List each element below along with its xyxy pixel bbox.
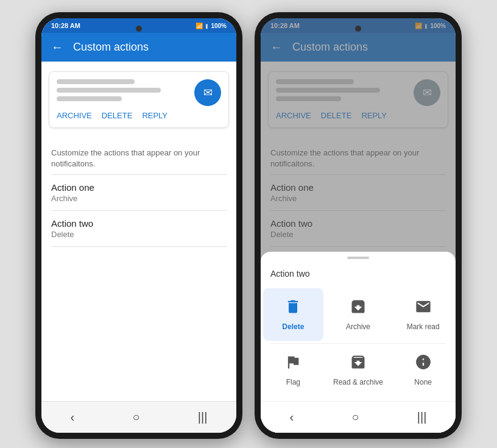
bottom-nav-left: ‹ ○ |||: [41, 401, 236, 433]
wifi-icon-left: 📶: [196, 23, 203, 29]
screen-content-left: ✉ Archive Delete Reply Customize the act…: [41, 62, 236, 401]
notif-reply-btn-left[interactable]: Reply: [142, 111, 167, 120]
notif-actions-left: Archive Delete Reply: [57, 111, 221, 120]
flag-icon: [284, 354, 301, 374]
nav-home-right[interactable]: ○: [339, 408, 371, 427]
bottom-sheet-title: Action two: [261, 266, 456, 286]
notification-card-left: ✉ Archive Delete Reply: [49, 71, 229, 128]
notif-lines-left: [57, 79, 187, 105]
action-archive-btn[interactable]: Archive: [326, 286, 391, 343]
divider-3-left: [51, 246, 227, 247]
settings-description-left: Customize the actions that appear on you…: [41, 138, 236, 174]
action-one-title-left: Action one: [51, 182, 227, 193]
camera-notch-left: [136, 26, 142, 32]
archive-icon: [350, 298, 367, 319]
back-button-left[interactable]: ←: [51, 40, 63, 54]
archive-label: Archive: [346, 322, 370, 331]
app-title-left: Custom actions: [73, 41, 149, 54]
phones-container: 10:28 AM 📶 ⫿ 100% ← Custom actions: [35, 12, 462, 439]
nav-home-left[interactable]: ○: [120, 408, 152, 427]
readarchive-label: Read & archive: [333, 378, 383, 386]
notif-icon-left: ✉: [194, 79, 221, 106]
notif-line-1: [57, 79, 135, 84]
delete-label: Delete: [282, 322, 304, 331]
status-time-left: 10:28 AM: [51, 22, 80, 29]
action-flag-btn[interactable]: Flag: [261, 344, 326, 396]
settings-item-action-one-left[interactable]: Action one Archive: [41, 175, 236, 210]
action-none-btn[interactable]: None: [390, 344, 456, 396]
none-icon: [415, 354, 432, 374]
phone-screen-right: 10:28 AM 📶 ⫿ 100% ← Custom actions: [261, 18, 456, 433]
email-icon-left: ✉: [203, 86, 213, 99]
none-label: None: [414, 378, 432, 386]
nav-back-left[interactable]: ‹: [58, 408, 87, 427]
notif-delete-btn-left[interactable]: Delete: [102, 111, 133, 120]
phone-screen-wrapper-left: 10:28 AM 📶 ⫿ 100% ← Custom actions: [41, 18, 236, 433]
readarchive-icon: [350, 354, 367, 374]
action-readarchive-btn[interactable]: Read & archive: [326, 344, 391, 396]
phone-screen-left: 10:28 AM 📶 ⫿ 100% ← Custom actions: [41, 18, 236, 433]
action-two-subtitle-left: Delete: [51, 230, 227, 239]
markread-icon: [415, 298, 432, 319]
bottom-nav-right: ‹ ○ |||: [261, 401, 456, 433]
notif-line-2: [57, 88, 161, 93]
settings-item-action-two-left[interactable]: Action two Delete: [41, 211, 236, 246]
action-two-title-left: Action two: [51, 218, 227, 229]
action-grid-2: Flag Read & archive: [261, 344, 456, 396]
phone-left: 10:28 AM 📶 ⫿ 100% ← Custom actions: [35, 12, 242, 439]
app-bar-left: ← Custom actions: [41, 33, 236, 62]
nav-back-right[interactable]: ‹: [278, 408, 306, 427]
signal-icon-left: ⫿: [205, 23, 208, 29]
battery-left: 100%: [211, 23, 227, 29]
notif-header-left: ✉: [57, 79, 221, 106]
flag-label: Flag: [286, 378, 300, 386]
action-delete-btn[interactable]: Delete: [263, 288, 323, 341]
phone-right: 10:28 AM 📶 ⫿ 100% ← Custom actions: [255, 12, 462, 439]
status-icons-left: 📶 ⫿ 100%: [196, 23, 227, 29]
action-one-subtitle-left: Archive: [51, 194, 227, 203]
notif-line-3: [57, 96, 122, 101]
bottom-sheet: Action two Delete: [261, 252, 456, 433]
phone-screen-wrapper-right: 10:28 AM 📶 ⫿ 100% ← Custom actions: [261, 18, 456, 433]
nav-recents-left[interactable]: |||: [186, 408, 220, 427]
delete-icon: [284, 298, 301, 319]
notif-archive-btn-left[interactable]: Archive: [57, 111, 92, 120]
bottom-sheet-handle: [347, 257, 369, 259]
action-grid: Delete Archive: [261, 286, 456, 343]
camera-notch-right: [355, 26, 361, 32]
nav-recents-right[interactable]: |||: [405, 408, 439, 427]
action-markread-btn[interactable]: Mark read: [390, 286, 456, 343]
markread-label: Mark read: [407, 322, 440, 331]
